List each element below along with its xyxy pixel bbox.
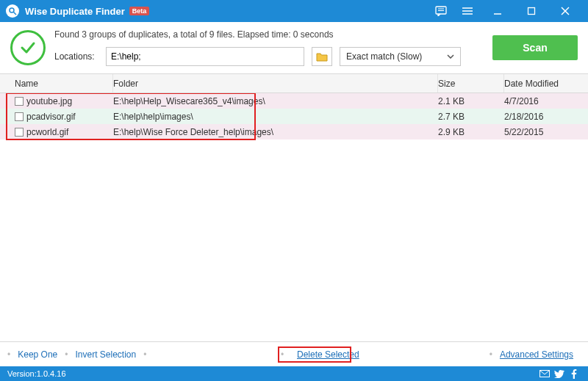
feedback-button[interactable]: [428, 0, 454, 22]
version-label: Version:: [7, 369, 37, 378]
match-mode-value: Exact match (Slow): [346, 51, 422, 62]
match-mode-select[interactable]: Exact match (Slow): [340, 47, 461, 66]
cell-date: 4/7/2016: [504, 96, 578, 106]
col-header-folder[interactable]: Folder: [113, 74, 438, 92]
app-window: Wise Duplicate Finder Beta Found 3 group…: [0, 0, 588, 381]
col-header-date[interactable]: Date Modified: [504, 74, 578, 92]
invert-selection-link[interactable]: Invert Selection: [75, 349, 136, 360]
advanced-settings-link[interactable]: Advanced Settings: [500, 349, 573, 360]
top-panel: Found 3 groups of duplicates, a total of…: [0, 22, 588, 74]
table-row[interactable]: youtube.jpg E:\help\Help_Wisecare365_v4\…: [0, 93, 588, 109]
row-checkbox[interactable]: [15, 97, 24, 106]
result-rows: youtube.jpg E:\help\Help_Wisecare365_v4\…: [0, 93, 588, 341]
cell-folder: E:\help\help\images\: [113, 112, 438, 122]
locations-label: Locations:: [54, 51, 98, 62]
minimize-button[interactable]: [481, 0, 514, 22]
cell-date: 2/18/2016: [504, 112, 578, 122]
locations-input[interactable]: [106, 47, 304, 66]
cell-name: pcworld.gif: [26, 127, 68, 137]
titlebar: Wise Duplicate Finder Beta: [0, 0, 588, 22]
folder-icon: [316, 51, 328, 62]
keep-one-link[interactable]: Keep One: [18, 349, 57, 360]
status-icon: [10, 30, 46, 65]
cell-size: 2.1 KB: [438, 96, 504, 106]
menu-button[interactable]: [454, 0, 481, 22]
svg-rect-9: [528, 8, 535, 15]
row-checkbox[interactable]: [15, 128, 24, 137]
app-title: Wise Duplicate Finder: [25, 6, 125, 17]
locations-row: Locations: Exact match (Slow): [54, 47, 484, 66]
mail-icon[interactable]: [538, 367, 551, 380]
col-header-size[interactable]: Size: [438, 74, 504, 92]
statusbar: Version: 1.0.4.16: [0, 366, 588, 381]
table-row[interactable]: pcadvisor.gif E:\help\help\images\ 2.7 K…: [0, 109, 588, 124]
beta-badge: Beta: [129, 7, 150, 15]
table-row[interactable]: pcworld.gif E:\help\Wise Force Deleter_h…: [0, 124, 588, 139]
browse-folder-button[interactable]: [312, 47, 332, 66]
bottom-panel: •Keep One •Invert Selection • • Delete S…: [0, 341, 588, 366]
cell-folder: E:\help\Help_Wisecare365_v4\images\: [113, 96, 438, 106]
cell-date: 5/22/2015: [504, 127, 578, 137]
app-logo: [6, 4, 19, 18]
version-value: 1.0.4.16: [37, 369, 66, 378]
scan-button[interactable]: Scan: [492, 35, 578, 60]
facebook-icon[interactable]: [567, 367, 581, 380]
svg-point-0: [10, 8, 14, 12]
cell-name: pcadvisor.gif: [26, 112, 76, 122]
delete-selected-link[interactable]: Delete Selected: [297, 349, 359, 360]
cell-folder: E:\help\Wise Force Deleter_help\images\: [113, 127, 438, 137]
close-button[interactable]: [548, 0, 582, 22]
table-header: Name Folder Size Date Modified: [0, 74, 588, 93]
col-header-name[interactable]: Name: [10, 74, 113, 92]
twitter-icon[interactable]: [553, 367, 566, 380]
cell-name: youtube.jpg: [26, 96, 72, 106]
status-message: Found 3 groups of duplicates, a total of…: [54, 29, 484, 40]
chevron-down-icon: [447, 54, 454, 59]
row-checkbox[interactable]: [15, 112, 24, 121]
maximize-button[interactable]: [514, 0, 548, 22]
cell-size: 2.9 KB: [438, 127, 504, 137]
svg-line-1: [14, 12, 17, 15]
cell-size: 2.7 KB: [438, 112, 504, 122]
